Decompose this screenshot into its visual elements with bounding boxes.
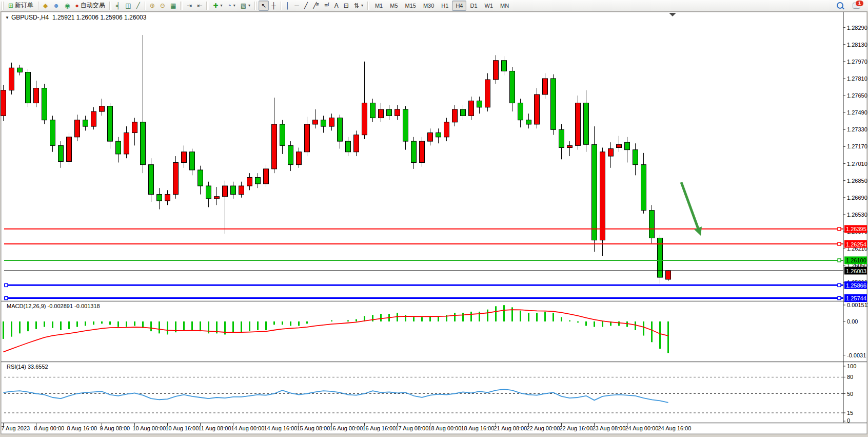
date-axis-label: 18 Aug 16:00	[461, 425, 495, 431]
text-label-button[interactable]: ⊟	[341, 1, 351, 11]
candle	[272, 124, 277, 169]
candle	[165, 195, 170, 201]
styler-button[interactable]: ◆	[41, 1, 50, 11]
macd-histogram-bar	[273, 321, 275, 325]
price-line-handle[interactable]	[838, 242, 841, 245]
new-order-button[interactable]: ⊞新订单	[6, 1, 36, 11]
macd-axis-label: 0.00	[847, 318, 858, 325]
tile-windows-button[interactable]: ▦	[168, 1, 179, 11]
macd-histogram-bar	[594, 321, 595, 327]
horizontal-line-button[interactable]: ─	[292, 1, 302, 11]
date-axis-label: 7 Aug 2023	[2, 425, 30, 431]
bar-chart-button[interactable]: ╡	[113, 1, 123, 11]
candle	[543, 79, 548, 94]
timeframe-button-w1[interactable]: W1	[481, 1, 497, 11]
price-line-handle[interactable]	[5, 283, 8, 287]
chart-symbol-period: GBPUSD-,H4	[11, 14, 49, 21]
indicators-button[interactable]: ✚▾	[210, 1, 225, 11]
price-line-handle[interactable]	[838, 227, 841, 231]
zoom-in-button[interactable]: ⊕	[147, 1, 157, 11]
price-axis-label: 1.27810	[847, 75, 867, 82]
macd-histogram-bar	[85, 321, 86, 326]
auto-scroll-button-icon: ⇥	[187, 3, 192, 9]
timeframe-button-m15[interactable]: M15	[402, 1, 420, 11]
macd-histogram-bar	[117, 321, 119, 327]
chart-background	[1, 12, 867, 434]
rsi-indicator-label: RSI(14) 33.6552	[7, 364, 48, 370]
timeframe-button-h1-label: H1	[441, 3, 448, 9]
macd-histogram-bar	[635, 321, 636, 330]
templates-button[interactable]: ▧▾	[238, 1, 253, 11]
macd-histogram-bar	[298, 321, 300, 326]
candlestick-chart-button[interactable]: ◫	[123, 1, 133, 11]
date-axis-label: 24 Aug 00:00	[625, 425, 659, 431]
trendline-button[interactable]: ╱	[302, 1, 310, 11]
timeframe-button-d1[interactable]: D1	[466, 1, 481, 11]
macd-histogram-bar	[528, 313, 529, 321]
price-line-handle[interactable]	[5, 297, 8, 300]
macd-histogram-bar	[109, 321, 111, 325]
candle	[42, 88, 47, 120]
candle	[321, 120, 326, 126]
date-axis-label: 23 Aug 08:00	[593, 425, 626, 431]
chart-title: ▼GBPUSD-,H4 1.25921 1.26006 1.25906 1.26…	[5, 14, 146, 21]
candle	[666, 271, 671, 279]
timeframe-button-h4[interactable]: H4	[452, 1, 466, 11]
crosshair-button[interactable]: ┼	[269, 1, 279, 11]
timeframe-button-mn[interactable]: MN	[497, 1, 512, 11]
price-line-handle[interactable]	[838, 259, 841, 262]
date-axis-label: 14 Aug 00:00	[231, 425, 265, 431]
search-button[interactable]	[834, 1, 846, 11]
macd-histogram-bar	[282, 321, 283, 325]
chart-window: 1.282901.281301.279701.278101.276501.274…	[0, 0, 868, 437]
date-axis-label: 8 Aug 16:00	[67, 425, 97, 431]
price-axis-label: 1.28130	[847, 42, 867, 48]
text-button[interactable]: A	[332, 1, 341, 11]
arrows-button[interactable]: ⇅▾	[351, 1, 366, 11]
macd-histogram-bar	[380, 314, 382, 321]
profiles-button[interactable]: ☻	[50, 1, 62, 11]
timeframe-button-m1[interactable]: M1	[371, 1, 386, 11]
price-line-handle[interactable]	[838, 283, 841, 287]
zoom-out-button[interactable]: ⊖	[157, 1, 168, 11]
auto-scroll-button[interactable]: ⇥	[184, 1, 194, 11]
timeframe-button-h1[interactable]: H1	[438, 1, 452, 11]
macd-histogram-bar	[3, 321, 4, 339]
macd-histogram-bar	[487, 310, 488, 321]
macd-histogram-bar	[602, 321, 603, 327]
line-chart-button[interactable]: ╱	[134, 1, 143, 11]
notifications-button[interactable]: 1	[850, 1, 863, 11]
chart-canvas[interactable]: 1.282901.281301.279701.278101.276501.274…	[0, 0, 868, 437]
macd-histogram-bar	[200, 321, 201, 331]
candle	[395, 109, 400, 116]
signal-button-icon: ◉	[65, 3, 70, 9]
vertical-line-button[interactable]: │	[283, 1, 292, 11]
autotrading-button[interactable]: ●自动交易	[72, 1, 107, 11]
macd-histogram-bar	[126, 321, 127, 327]
timeframe-button-m1-label: M1	[375, 3, 383, 9]
signal-button[interactable]: ◉	[62, 1, 72, 11]
timeframe-button-m30[interactable]: M30	[420, 1, 438, 11]
cursor-button[interactable]: ↖	[259, 1, 269, 11]
macd-axis-label: -0.0031	[847, 352, 866, 358]
line-chart-button-icon: ╱	[136, 3, 140, 9]
timeframe-button-m5[interactable]: M5	[386, 1, 401, 11]
date-axis-label: 16 Aug 00:00	[330, 425, 363, 431]
fibonacci-button[interactable]: ≡ᶠ	[322, 1, 332, 11]
candle	[444, 122, 449, 137]
equidistant-channel-button[interactable]: ╱ᴱ	[310, 1, 322, 11]
chevron-down-icon[interactable]: ▼	[5, 15, 9, 20]
candle	[75, 120, 80, 137]
timeframe-button-mn-label: MN	[500, 3, 509, 9]
price-line-handle[interactable]	[838, 297, 841, 300]
candle	[206, 186, 211, 199]
chart-shift-button[interactable]: ⇤	[194, 1, 205, 11]
candle	[26, 72, 31, 103]
periods-button[interactable]: ◔▾	[225, 1, 238, 11]
candle	[649, 211, 655, 238]
candle	[485, 80, 490, 107]
candle	[436, 133, 441, 137]
candle	[346, 141, 351, 152]
price-axis-label: 1.27490	[847, 109, 867, 116]
zoom-out-button-icon: ⊖	[160, 3, 165, 9]
